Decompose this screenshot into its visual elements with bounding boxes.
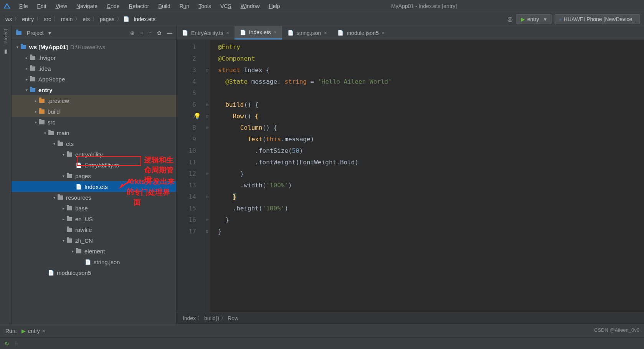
menu-build[interactable]: Build — [155, 2, 174, 10]
rerun-icon[interactable]: ↻ — [5, 341, 9, 347]
left-tool-strip: Project ▮ — [0, 26, 12, 324]
tree-item[interactable]: ▸.hvigor — [12, 52, 176, 63]
tree-item[interactable]: 📄string.json — [12, 256, 176, 267]
editor-tab[interactable]: 📄EntryAbility.ts× — [177, 26, 234, 40]
close-icon[interactable]: × — [274, 30, 277, 35]
app-logo-icon — [3, 2, 11, 10]
settings-icon[interactable]: ✿ — [157, 30, 162, 36]
crumb-entry[interactable]: entry — [20, 16, 35, 22]
tree-item[interactable]: ▾zh_CN — [12, 235, 176, 246]
folder-icon — [29, 55, 36, 61]
ed-crumb[interactable]: Row — [228, 315, 238, 321]
tree-item[interactable]: ▾entryability — [12, 149, 176, 160]
watermark: CSDN @Aileen_0v0 — [594, 327, 639, 333]
sync-icon[interactable]: ◎ — [507, 15, 513, 23]
ets-file-icon: 📄 — [123, 16, 130, 22]
file-icon: 📄 — [48, 270, 54, 276]
device-selector[interactable]: ▫HUAWEI Phone [NewDevice_ — [555, 14, 640, 24]
tree-item[interactable]: rawfile — [12, 224, 176, 235]
locate-icon[interactable]: ⊕ — [130, 30, 135, 36]
tree-item[interactable]: ▾entry — [12, 84, 176, 95]
run-tool-bar: Run: ▶entry× — [0, 324, 644, 337]
tree-item[interactable]: ▸.preview — [12, 95, 176, 106]
crumb-main[interactable]: main — [59, 16, 74, 22]
file-icon: 📄 — [182, 30, 188, 36]
close-icon[interactable]: × — [226, 30, 229, 36]
project-view-selector[interactable]: Project — [15, 30, 51, 36]
crumb-ws[interactable]: ws — [4, 16, 13, 22]
editor-tab[interactable]: 📄Index.ets× — [234, 26, 282, 40]
menu-window[interactable]: Window — [237, 2, 264, 10]
crumb-ets[interactable]: ets — [81, 16, 91, 22]
folder-icon — [29, 76, 36, 82]
tree-item[interactable]: ▾ets — [12, 138, 176, 149]
ed-crumb[interactable]: build() — [204, 315, 219, 321]
folder-icon — [66, 205, 73, 211]
code-editor[interactable]: 💡 1234567891011121314151617 ⊟⊟⊟⊟⊟⊟⊟⊟ @En… — [177, 40, 644, 312]
menu-bar: File Edit View Navigate Code Refactor Bu… — [0, 0, 644, 12]
tree-item[interactable]: ▾resources — [12, 192, 176, 203]
tree-item[interactable]: ▾element — [12, 246, 176, 256]
menu-refactor[interactable]: Refactor — [125, 2, 153, 10]
menu-run[interactable]: Run — [176, 2, 193, 10]
tree-item[interactable]: ▸AppScope — [12, 74, 176, 84]
folder-icon — [66, 216, 73, 222]
main-menu: File Edit View Navigate Code Refactor Bu… — [15, 2, 284, 10]
tree-item[interactable]: 📄Index.ets — [12, 181, 176, 192]
project-tree[interactable]: ▾ ws [MyApp01] D:\Huawei\ws ▸.hvigor▸.id… — [12, 40, 176, 324]
folder-icon — [29, 65, 36, 71]
folder-icon — [57, 141, 64, 147]
tree-item[interactable]: ▸en_US — [12, 213, 176, 224]
file-icon: 📄 — [84, 259, 91, 265]
crumb-src[interactable]: src — [42, 16, 53, 22]
code-content[interactable]: @Entry @Component struct Index { @State … — [210, 40, 392, 312]
tree-item[interactable]: ▾main — [12, 127, 176, 138]
bulb-icon[interactable]: 💡 — [193, 111, 201, 122]
bookmark-icon[interactable]: ▮ — [4, 48, 7, 54]
tree-item[interactable]: ▾src — [12, 117, 176, 127]
folder-icon — [38, 98, 45, 104]
run-config-selector[interactable]: ▶entry — [516, 14, 552, 24]
menu-vcs[interactable]: VCS — [216, 2, 235, 10]
menu-view[interactable]: View — [52, 2, 71, 10]
crumb-pages[interactable]: pages — [98, 16, 116, 22]
fold-gutter[interactable]: ⊟⊟⊟⊟⊟⊟⊟⊟ — [204, 40, 210, 312]
menu-code[interactable]: Code — [103, 2, 123, 10]
menu-help[interactable]: Help — [265, 2, 284, 10]
ed-crumb[interactable]: Index — [183, 315, 196, 321]
hide-icon[interactable]: — — [167, 30, 172, 36]
editor-tab[interactable]: 📄module.json5× — [332, 26, 390, 40]
tree-root[interactable]: ▾ ws [MyApp01] D:\Huawei\ws — [12, 41, 176, 52]
collapse-icon[interactable]: ÷ — [149, 30, 152, 36]
folder-icon — [38, 119, 45, 125]
tree-item[interactable]: ▸.idea — [12, 63, 176, 74]
tree-item[interactable]: 📄module.json5 — [12, 267, 176, 278]
up-icon[interactable]: ↑ — [15, 341, 17, 347]
menu-file[interactable]: File — [15, 2, 32, 10]
tree-item[interactable]: 📄EntryAbility.ts — [12, 160, 176, 170]
editor-breadcrumb: Index〉 build()〉 Row — [177, 312, 644, 324]
close-icon[interactable]: × — [382, 30, 385, 36]
file-icon: 📄 — [287, 30, 294, 36]
crumb-index[interactable]: Index.ets — [132, 16, 157, 22]
folder-icon — [48, 130, 54, 136]
file-icon: 📄 — [337, 30, 343, 36]
run-label: Run: — [5, 328, 17, 334]
folder-icon — [66, 237, 73, 243]
folder-icon — [66, 151, 73, 157]
close-icon[interactable]: × — [324, 30, 327, 36]
project-tool-button[interactable]: Project — [3, 29, 8, 43]
file-icon: 📄 — [75, 184, 82, 190]
file-icon: 📄 — [75, 162, 82, 168]
editor-tab[interactable]: 📄string.json× — [282, 26, 332, 40]
menu-edit[interactable]: Edit — [33, 2, 50, 10]
menu-navigate[interactable]: Navigate — [73, 2, 101, 10]
tree-item[interactable]: ▸base — [12, 203, 176, 213]
run-config-tab[interactable]: ▶entry× — [21, 328, 45, 334]
file-icon: 📄 — [240, 30, 246, 35]
project-sidebar: Project ⊕ ≡ ÷ ✿ — ▾ ws [MyApp01] D:\Huaw… — [12, 26, 177, 324]
tree-item[interactable]: ▾pages — [12, 170, 176, 181]
menu-tools[interactable]: Tools — [195, 2, 215, 10]
expand-icon[interactable]: ≡ — [140, 30, 143, 36]
tree-item[interactable]: ▸build — [12, 106, 176, 117]
